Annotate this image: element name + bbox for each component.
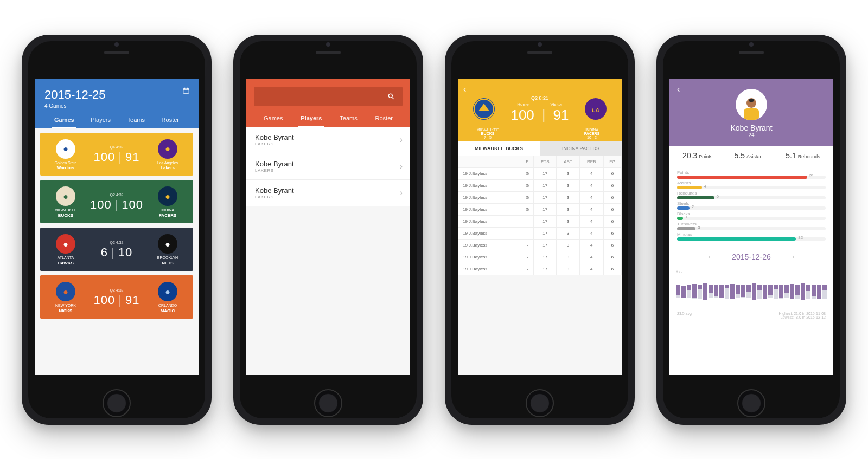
team-logo-icon: ● bbox=[158, 282, 177, 301]
stat-bar-steals: Steals2 bbox=[677, 201, 826, 210]
player-avatar bbox=[736, 89, 767, 120]
tab-players[interactable]: Players bbox=[298, 109, 324, 127]
phone-player-detail: ‹ Kobe Byrant 24 20.3Points5.5Asistant5.… bbox=[656, 35, 846, 425]
game-card[interactable]: ●ATLANTAHAWKSQ2 4:326|10●BROOKLYNNETS bbox=[40, 228, 193, 271]
home-team: ●Golden StateWarriors bbox=[44, 139, 87, 171]
header-games: 2015-12-25 4 Games GamesPlayersTeamsRost… bbox=[35, 79, 199, 128]
home-score: 100 bbox=[510, 107, 534, 124]
home-button[interactable] bbox=[314, 389, 342, 417]
player-team: LAKERS bbox=[255, 168, 401, 173]
away-team: LA bbox=[578, 98, 613, 121]
chevron-right-icon: › bbox=[400, 135, 403, 145]
header-players: GamesPlayersTeamsRoster bbox=[246, 79, 410, 127]
tab-teams[interactable]: Teams bbox=[125, 111, 147, 128]
tab-games[interactable]: Games bbox=[52, 111, 76, 128]
home-button[interactable] bbox=[737, 389, 765, 417]
stat-bar-blocks: Blocks1 bbox=[677, 211, 826, 220]
home-score: 100 bbox=[90, 198, 112, 211]
table-row[interactable]: 19 J.BaylessG17346 bbox=[458, 191, 622, 203]
next-day-icon[interactable]: › bbox=[793, 253, 795, 261]
home-team: ●NEW YORKNICKS bbox=[44, 282, 87, 313]
svg-text:LA: LA bbox=[592, 107, 599, 113]
search-input[interactable] bbox=[254, 87, 403, 106]
tab-players[interactable]: Players bbox=[88, 111, 113, 128]
stat-bar-minutes: Minutes32 bbox=[677, 232, 826, 241]
tab-roster[interactable]: Roster bbox=[159, 111, 181, 128]
home-button[interactable] bbox=[103, 389, 131, 417]
stat-bar-turnovers: Turnovers3 bbox=[677, 222, 826, 230]
back-icon[interactable]: ‹ bbox=[677, 85, 680, 94]
search-icon bbox=[387, 93, 395, 100]
away-score: 91 bbox=[125, 293, 139, 307]
away-team: ●ORLANDOMAGIC bbox=[146, 282, 189, 313]
team-logo-icon: ● bbox=[56, 282, 75, 301]
date-title: 2015-12-25 bbox=[44, 88, 189, 102]
game-card[interactable]: ●MILWAUKEEBUCKSQ2 4:32100|100●INDINAPACE… bbox=[40, 180, 193, 223]
avg-label: 23.5 avg bbox=[677, 312, 692, 319]
svg-point-1 bbox=[388, 94, 392, 98]
team-logo-icon: ● bbox=[158, 234, 177, 254]
home-team: ●ATLANTAHAWKS bbox=[44, 234, 87, 266]
table-row[interactable]: 19 J.Bayless-17346 bbox=[458, 263, 622, 275]
tab-teams[interactable]: Teams bbox=[337, 109, 359, 127]
team-logo-icon: ● bbox=[56, 186, 75, 206]
home-button[interactable] bbox=[526, 389, 554, 417]
home-team: ●MILWAUKEEBUCKS bbox=[44, 186, 87, 218]
summary-stat: 5.5Asistant bbox=[735, 151, 764, 160]
game-card[interactable]: ●Golden StateWarriorsQ4 4:32100|91●Los A… bbox=[40, 133, 193, 176]
team-logo-icon: ● bbox=[158, 186, 177, 206]
table-row[interactable]: 19 J.BaylessG17346 bbox=[458, 179, 622, 191]
home-score: 100 bbox=[94, 150, 116, 164]
away-team: ●Los AngelesLakers bbox=[146, 139, 189, 171]
boxscore-tab[interactable]: INDINA PACERS bbox=[540, 141, 622, 156]
player-name: Kobe Byrant bbox=[255, 133, 401, 141]
stat-bar-assists: Assists4 bbox=[677, 180, 826, 189]
table-row[interactable]: 19 J.Bayless-17346 bbox=[458, 239, 622, 251]
history-chart: + / - 23.5 avg Highest: 21.0 in 2015-11-… bbox=[669, 266, 833, 321]
quarter-label: Q2 8:21 bbox=[510, 95, 569, 101]
back-icon[interactable]: ‹ bbox=[463, 85, 466, 94]
away-team-label: INDINAPACERS 10 - 2 bbox=[573, 128, 611, 139]
chevron-right-icon: › bbox=[400, 161, 403, 171]
date-picker: ‹ 2015-12-26 › bbox=[669, 248, 833, 266]
svg-rect-0 bbox=[183, 88, 189, 93]
player-name: Kobe Byrant bbox=[669, 124, 833, 132]
player-number: 24 bbox=[669, 132, 833, 138]
phone-games-list: 2015-12-25 4 Games GamesPlayersTeamsRost… bbox=[22, 35, 212, 425]
table-row[interactable]: 19 J.Bayless-17346 bbox=[458, 251, 622, 263]
player-row[interactable]: Kobe ByrantLAKERS› bbox=[246, 127, 410, 153]
phone-boxscore: ‹ Q2 8:21 HomeVisitor 100 | 91 bbox=[445, 35, 635, 425]
tab-games[interactable]: Games bbox=[261, 109, 285, 127]
prev-day-icon[interactable]: ‹ bbox=[708, 253, 710, 261]
player-name: Kobe Byrant bbox=[255, 186, 401, 195]
table-row[interactable]: 19 J.Bayless-17346 bbox=[458, 227, 622, 239]
svg-rect-7 bbox=[749, 99, 754, 102]
home-team bbox=[467, 98, 501, 121]
tab-roster[interactable]: Roster bbox=[373, 109, 395, 127]
home-team-label: MILWAUKEEBUCKS 7 - 5 bbox=[469, 128, 507, 139]
away-score: 10 bbox=[118, 245, 132, 259]
player-name: Kobe Byrant bbox=[255, 160, 401, 168]
team-logo-icon: ● bbox=[56, 139, 75, 159]
table-row[interactable]: 19 J.BaylessG17346 bbox=[458, 203, 622, 215]
away-team: ●INDINAPACERS bbox=[146, 186, 189, 218]
phone-players-list: GamesPlayersTeamsRoster Kobe ByrantLAKER… bbox=[233, 35, 423, 425]
game-card[interactable]: ●NEW YORKNICKSQ2 4:32100|91●ORLANDOMAGIC bbox=[40, 275, 193, 319]
summary-stats: 20.3Points5.5Asistant5.1Rebounds bbox=[669, 146, 833, 165]
home-score: 6 bbox=[101, 245, 108, 259]
away-score: 91 bbox=[125, 150, 139, 164]
stat-bars: Points21Assists4Rebounds6Steals2Blocks1T… bbox=[669, 165, 833, 248]
player-row[interactable]: Kobe ByrantLAKERS› bbox=[246, 153, 410, 180]
team-logo-icon: ● bbox=[56, 234, 75, 254]
boxscore-tab[interactable]: MILWAUKEE BUCKS bbox=[458, 141, 540, 156]
svg-rect-6 bbox=[744, 108, 759, 120]
games-cards: ●Golden StateWarriorsQ4 4:32100|91●Los A… bbox=[35, 133, 199, 319]
calendar-icon[interactable] bbox=[182, 87, 190, 96]
away-score: 91 bbox=[553, 107, 569, 124]
table-row[interactable]: 19 J.BaylessG17346 bbox=[458, 167, 622, 179]
player-row[interactable]: Kobe ByrantLAKERS› bbox=[246, 180, 410, 206]
header-player: ‹ Kobe Byrant 24 bbox=[669, 79, 833, 146]
stat-bar-points: Points21 bbox=[677, 170, 826, 179]
nav-tabs: GamesPlayersTeamsRoster bbox=[254, 109, 403, 127]
table-row[interactable]: 19 J.Bayless-17346 bbox=[458, 215, 622, 227]
